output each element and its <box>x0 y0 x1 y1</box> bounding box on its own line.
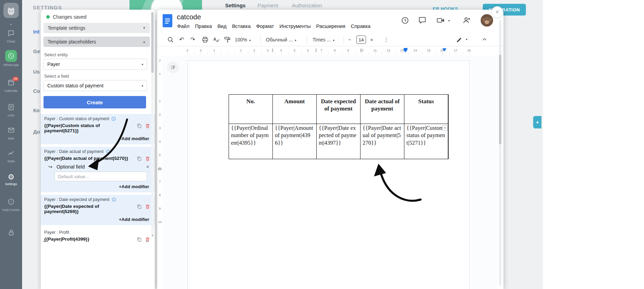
docs-scrollbar-thumb[interactable] <box>499 55 501 144</box>
table-cell[interactable]: {{Payer|Amount of payment|4396}} <box>273 124 316 159</box>
sidebar-item-stats[interactable]: Stats <box>0 149 22 163</box>
copy-icon[interactable] <box>136 156 142 162</box>
spellcheck-icon[interactable]: A <box>212 36 220 44</box>
chevron-down-icon: ▾ <box>142 62 143 66</box>
editing-mode-dropdown-icon[interactable]: ▾ <box>466 38 468 41</box>
table-column-marker[interactable] <box>272 49 273 52</box>
assistant-edge-button[interactable] <box>533 116 541 128</box>
panel-scroll-right-icon[interactable]: ▶ <box>146 240 148 243</box>
info-icon[interactable] <box>112 197 116 202</box>
document-outline-button[interactable] <box>167 61 179 73</box>
delete-icon[interactable] <box>145 204 151 210</box>
backdrop-menu-item[interactable]: Us <box>33 69 40 75</box>
info-icon[interactable] <box>106 149 110 154</box>
tab-settings[interactable]: Settings <box>225 2 246 8</box>
backdrop-menu-item[interactable]: Co <box>33 88 40 94</box>
panel-scrollbar-thumb[interactable] <box>151 12 154 73</box>
entity-select[interactable]: Payer ▾ <box>44 59 147 70</box>
version-history-icon[interactable] <box>401 16 410 25</box>
camera-dropdown-icon[interactable]: ▾ <box>448 19 450 22</box>
indent-marker[interactable] <box>404 48 407 50</box>
sidebar-item-settings[interactable]: ⚙ Settings <box>0 173 22 186</box>
right-indent-marker[interactable] <box>442 48 446 51</box>
table-header-cell[interactable]: Date actual of payment <box>361 95 404 124</box>
collapse-toolbar-icon[interactable] <box>481 36 488 43</box>
share-person-add-icon[interactable] <box>462 16 471 25</box>
zoom-select[interactable]: 100%▾ <box>235 37 251 42</box>
font-size-input[interactable]: 14 <box>356 36 366 44</box>
info-icon[interactable] <box>111 116 116 121</box>
delete-icon[interactable] <box>145 156 151 162</box>
sidebar-scroll-up[interactable]: ▴ <box>0 22 22 26</box>
menu-item[interactable]: Вставка <box>229 23 253 30</box>
add-modifier-button[interactable]: +Add modifier <box>119 136 149 141</box>
backdrop-menu-item[interactable]: Ко <box>33 107 39 113</box>
backdrop-menu-item[interactable]: Int <box>33 29 39 35</box>
menu-item[interactable]: Справка <box>348 23 373 30</box>
sidebar-item-chats[interactable]: Chats <box>0 29 22 43</box>
menu-item[interactable]: Правка <box>192 23 215 30</box>
close-overlay-button[interactable]: × <box>491 6 503 18</box>
sidebar-item-whatsapp[interactable]: WhatsApp <box>0 50 22 67</box>
sidebar-item-mail[interactable]: Mail <box>0 126 22 140</box>
default-value-input[interactable] <box>55 172 147 181</box>
menu-item[interactable]: Расширения <box>314 23 348 30</box>
section-template-placeholders[interactable]: Template placeholders ▲ <box>44 37 150 47</box>
more-options-icon[interactable]: ⋮ <box>384 36 389 44</box>
sidebar-item-lock[interactable] <box>0 229 22 238</box>
undo-icon[interactable]: ↶ <box>179 36 184 44</box>
menu-item[interactable]: Файл <box>174 23 192 30</box>
table-header-cell[interactable]: Amount <box>273 95 316 124</box>
tab-payment[interactable]: Payment <box>258 2 278 8</box>
delete-icon[interactable] <box>145 123 151 129</box>
paint-format-icon[interactable] <box>223 36 231 44</box>
tab-authorization[interactable]: Authorization <box>292 2 322 8</box>
editing-mode-pen-icon[interactable] <box>456 36 463 43</box>
help-icon: ? <box>7 198 15 205</box>
copy-icon[interactable] <box>136 237 142 242</box>
add-modifier-button[interactable]: +Add modifier <box>119 184 149 189</box>
create-button[interactable]: Create <box>44 96 146 108</box>
table-cell[interactable]: {{Payer|Custom status of payment|5271}} <box>404 124 448 159</box>
remove-optional-icon[interactable]: × <box>146 164 149 170</box>
table-cell[interactable]: {{Payer|Ordinal number of payment|4395}} <box>229 124 272 159</box>
menu-item[interactable]: Вид <box>215 23 229 30</box>
font-select[interactable]: Times ...▾ <box>313 37 335 42</box>
copy-icon[interactable] <box>136 123 142 129</box>
menu-item[interactable]: Инструменты <box>277 23 313 30</box>
table-column-marker[interactable] <box>361 49 362 52</box>
panel-scroll-down-icon[interactable]: ▼ <box>151 234 154 237</box>
workspace-avatar[interactable] <box>3 3 19 18</box>
backdrop-menu-item[interactable]: До <box>33 129 40 135</box>
meet-camera-icon[interactable] <box>436 16 445 25</box>
comments-icon[interactable] <box>418 16 427 25</box>
document-title[interactable]: catcode <box>177 13 201 21</box>
table-column-marker[interactable] <box>316 49 317 52</box>
paragraph-style-select[interactable]: Обычный ...▾ <box>266 37 296 42</box>
section-template-settings[interactable]: Template settings ▼ <box>44 23 150 33</box>
sidebar-item-help-center[interactable]: ? Help Center <box>0 198 22 212</box>
table-row-marker[interactable] <box>158 168 162 170</box>
copy-icon[interactable] <box>136 204 142 210</box>
user-avatar[interactable] <box>481 14 493 27</box>
search-icon[interactable] <box>167 36 174 44</box>
redo-icon[interactable]: ↷ <box>190 36 195 44</box>
field-select[interactable]: Custom status of payment ▾ <box>44 80 147 91</box>
table-header-cell[interactable]: No. <box>229 95 272 124</box>
add-modifier-button[interactable]: +Add modifier <box>119 217 149 222</box>
stats-icon <box>7 149 15 157</box>
backdrop-menu-item[interactable]: Ge <box>33 48 40 54</box>
table-header-cell[interactable]: Date expected of payment <box>317 95 360 124</box>
panel-scroll-left-icon[interactable]: ◀ <box>43 240 45 243</box>
table-header-cell[interactable]: Status <box>404 95 448 124</box>
decrease-font-icon[interactable]: − <box>348 36 351 44</box>
placeholder-code: {{Payer|Date expected of payment|5269}} <box>44 204 132 214</box>
table-cell[interactable]: {{Payer|Date expected of payment|4397}} <box>317 124 360 159</box>
increase-font-icon[interactable]: + <box>370 36 373 44</box>
sidebar-item-lists[interactable]: Lists <box>0 103 22 117</box>
menu-item[interactable]: Формат <box>253 23 277 30</box>
sidebar-item-calendar[interactable]: 29 Calendar <box>0 79 22 93</box>
table-cell[interactable]: {{Payer|Date actual of payment|5270}} <box>361 124 404 159</box>
table-quick-menu-button[interactable]: ▾ <box>442 125 448 131</box>
print-icon[interactable] <box>201 36 209 44</box>
